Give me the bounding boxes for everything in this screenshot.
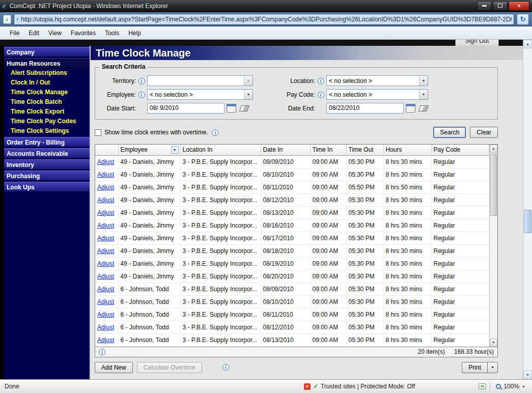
scrollbar-track[interactable] <box>490 153 498 339</box>
info-icon[interactable] <box>138 78 145 85</box>
zoom-control[interactable]: 100% <box>494 383 527 390</box>
minimize-button[interactable] <box>477 1 492 11</box>
cell-location: 3 - P.B.E. Supply Incorpor... <box>180 206 261 219</box>
adjust-link[interactable]: Adjust <box>97 184 114 191</box>
sidebar-item-time-clock-pay-codes[interactable]: Time Clock Pay Codes <box>4 117 90 126</box>
info-icon[interactable] <box>222 364 229 371</box>
scrollbar-thumb[interactable] <box>490 154 497 216</box>
scroll-down-icon[interactable] <box>523 371 532 379</box>
eraser-icon[interactable] <box>239 105 249 111</box>
close-button[interactable]: × <box>509 1 529 11</box>
menu-edit[interactable]: Edit <box>24 28 44 38</box>
col-location-in[interactable]: Location In <box>180 145 261 155</box>
scroll-down-icon[interactable] <box>490 339 498 347</box>
adjust-link[interactable]: Adjust <box>97 336 114 344</box>
print-button[interactable]: Print <box>462 362 488 373</box>
hours-total: 168.33 hour(s) <box>454 348 494 355</box>
cell-date-in: 08/17/2010 <box>261 232 310 244</box>
cell-time-in: 09:00 AM <box>310 257 346 270</box>
adjust-link[interactable]: Adjust <box>97 311 114 318</box>
date-start-input[interactable]: 08/ 9/2010 <box>147 103 225 114</box>
territory-select[interactable] <box>147 75 253 86</box>
adjust-link[interactable]: Adjust <box>97 286 114 293</box>
sidebar-item-look-ups[interactable]: Look Ups <box>4 182 90 192</box>
cell-location: 3 - P.B.E. Supply Incorpor... <box>180 244 261 257</box>
cell-time-out: 05:50 PM <box>346 181 383 193</box>
menu-file[interactable]: File <box>5 28 24 38</box>
scrollbar-thumb[interactable] <box>524 210 531 233</box>
adjust-link[interactable]: Adjust <box>97 324 114 331</box>
col-employee[interactable]: Employee <box>118 145 180 155</box>
maximize-button[interactable] <box>493 1 508 11</box>
table-row: Adjust49 - Daniels, Jimmy3 - P.B.E. Supp… <box>95 206 489 219</box>
info-icon[interactable] <box>318 92 324 98</box>
sidebar-item-order-entry-billing[interactable]: Order Entry - Billing <box>4 137 90 147</box>
adjust-link[interactable]: Adjust <box>97 158 114 165</box>
eraser-icon[interactable] <box>418 105 429 111</box>
date-end-input[interactable]: 08/22/2010 <box>326 103 404 114</box>
scrollbar-track[interactable] <box>523 48 532 371</box>
col-pay-code[interactable]: Pay Code <box>431 145 489 155</box>
cell-location: 3 - P.B.E. Supply Incorpor... <box>180 283 261 295</box>
sidebar-item-time-clock-manage[interactable]: Time Clock Manage <box>4 88 90 97</box>
menu-favorites[interactable]: Favorites <box>66 28 100 38</box>
print-dropdown-icon[interactable] <box>487 362 498 373</box>
sidebar-item-time-clock-settings[interactable]: Time Clock Settings <box>4 126 90 136</box>
menu-view[interactable]: View <box>44 28 66 38</box>
adjust-link[interactable]: Adjust <box>97 222 114 229</box>
table-row: Adjust49 - Daniels, Jimmy3 - P.B.E. Supp… <box>95 270 489 283</box>
cell-time-out: 05:30 PM <box>346 155 383 168</box>
cell-location: 3 - P.B.E. Supply Incorpor... <box>180 295 261 308</box>
sidebar-item-inventory[interactable]: Inventory <box>4 159 90 170</box>
address-input[interactable]: e http://utopia.hq.comcept.net/default.a… <box>14 14 514 25</box>
adjust-link[interactable]: Adjust <box>97 298 114 305</box>
network-icon[interactable] <box>479 383 486 389</box>
sidebar-item-time-clock-batch[interactable]: Time Clock Batch <box>4 97 90 107</box>
sidebar-item-alert-subscriptions[interactable]: Alert Subscriptions <box>4 68 90 78</box>
overtime-checkbox[interactable] <box>95 129 101 136</box>
add-new-button[interactable]: Add New <box>95 362 133 373</box>
adjust-link[interactable]: Adjust <box>97 260 114 267</box>
col-time-out[interactable]: Time Out <box>346 145 383 155</box>
sidebar-item-accounts-receivable[interactable]: Accounts Receivable <box>4 148 90 158</box>
adjust-link[interactable]: Adjust <box>97 273 114 280</box>
col-hours[interactable]: Hours <box>383 145 431 155</box>
calendar-icon[interactable] <box>227 104 236 113</box>
col-time-in[interactable]: Time In <box>310 145 346 155</box>
sidebar-item-clock-in-out[interactable]: Clock In / Out <box>4 78 90 88</box>
sidebar-item-purchasing[interactable]: Purchasing <box>4 171 90 181</box>
employee-select[interactable]: < no selection > <box>147 89 253 100</box>
location-select[interactable]: < no selection > <box>326 75 428 86</box>
menu-help[interactable]: Help <box>124 28 146 38</box>
sidebar-item-company[interactable]: Company <box>4 47 90 57</box>
cell-employee: 6 - Johnson, Todd <box>118 308 180 321</box>
info-icon[interactable] <box>138 92 145 98</box>
sidebar-item-human-resources[interactable]: Human Resources <box>4 58 90 68</box>
smartscreen-icon[interactable] <box>304 383 311 390</box>
grid-scrollbar[interactable] <box>489 145 498 347</box>
info-icon[interactable] <box>318 78 324 85</box>
adjust-link[interactable]: Adjust <box>97 209 114 216</box>
adjust-link[interactable]: Adjust <box>97 196 114 204</box>
calendar-icon[interactable] <box>406 104 415 113</box>
cell-hours: 8 hrs 30 mins <box>383 206 431 219</box>
paycode-select[interactable]: < no selection > <box>326 89 428 100</box>
adjust-link[interactable]: Adjust <box>97 247 114 255</box>
col-date-in[interactable]: Date In <box>261 145 310 155</box>
sidebar-item-time-clock-export[interactable]: Time Clock Export <box>4 107 90 117</box>
sort-icon[interactable] <box>171 146 179 154</box>
browser-scrollbar[interactable] <box>523 40 532 379</box>
scroll-up-icon[interactable] <box>490 145 498 153</box>
clear-button[interactable]: Clear <box>470 127 498 138</box>
cell-hours: 8 hrs 30 mins <box>383 244 431 257</box>
adjust-link[interactable]: Adjust <box>97 171 114 178</box>
search-button[interactable]: Search <box>433 127 466 138</box>
scroll-up-icon[interactable] <box>523 40 532 48</box>
cell-date-in: 08/19/2010 <box>261 257 310 270</box>
menu-tools[interactable]: Tools <box>100 28 124 38</box>
refresh-button[interactable] <box>517 14 529 25</box>
info-icon[interactable] <box>212 129 218 136</box>
info-icon[interactable] <box>99 349 105 355</box>
adjust-link[interactable]: Adjust <box>97 235 114 242</box>
sign-out-button[interactable]: Sign Out <box>455 40 499 46</box>
